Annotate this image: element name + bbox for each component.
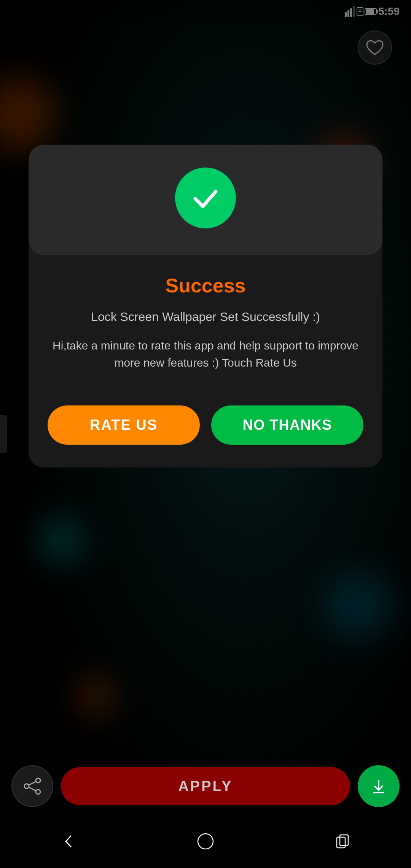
svg-point-11 [24,784,29,788]
nav-recent-button[interactable] [333,832,352,851]
svg-rect-18 [337,837,345,848]
bottom-toolbar: APPLY [0,765,411,807]
dialog-message-rate: Hi,take a minute to rate this app and he… [51,337,360,371]
svg-point-17 [198,834,213,849]
dialog-title: Success [51,274,360,297]
rate-us-button[interactable]: RATE US [48,405,200,445]
share-button[interactable] [11,765,53,807]
nav-back-button[interactable] [59,832,78,851]
apply-label: APPLY [178,778,233,795]
download-button[interactable] [358,765,400,807]
svg-rect-19 [340,835,348,846]
svg-line-14 [29,787,36,791]
dialog-top-section [29,145,382,255]
svg-point-10 [36,778,40,783]
dialog-message-success: Lock Screen Wallpaper Set Successfully :… [51,308,360,326]
svg-point-12 [36,790,40,794]
dialog-buttons: RATE US NO THANKS [29,405,382,445]
dialog-content: Success Lock Screen Wallpaper Set Succes… [29,255,382,405]
success-dialog: Success Lock Screen Wallpaper Set Succes… [29,145,382,468]
nav-home-button[interactable] [196,832,215,851]
no-thanks-button[interactable]: NO THANKS [211,405,363,445]
nav-bar [0,815,411,868]
checkmark-circle [175,168,236,228]
svg-line-13 [29,782,36,785]
apply-button[interactable]: APPLY [61,767,350,805]
